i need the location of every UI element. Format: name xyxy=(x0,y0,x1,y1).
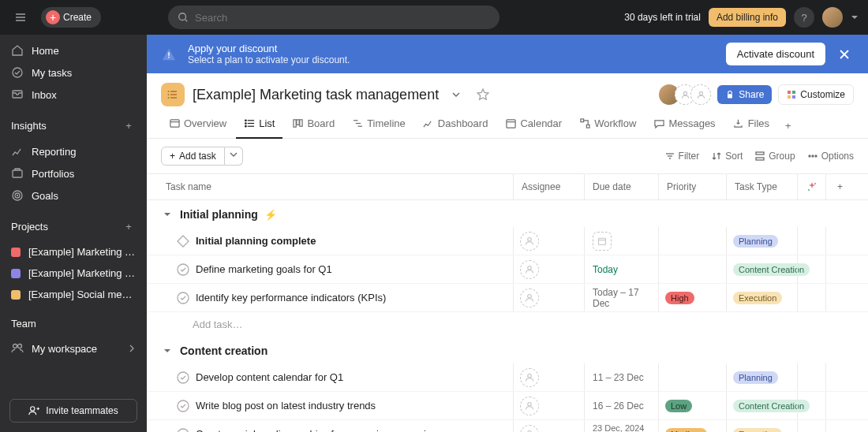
activate-discount-button[interactable]: Activate discount xyxy=(726,43,825,65)
priority-cell[interactable] xyxy=(658,227,726,255)
add-task-inline[interactable]: Add task… xyxy=(147,312,868,337)
task-type-cell[interactable]: Planning xyxy=(726,227,797,255)
due-date-cell[interactable]: 11 – 23 Dec xyxy=(584,363,658,391)
assignee-cell[interactable] xyxy=(513,227,584,255)
assignee-cell[interactable] xyxy=(513,420,584,432)
sort-button[interactable]: Sort xyxy=(712,151,743,162)
task-name[interactable]: Write blog post on latest industry trend… xyxy=(196,400,376,412)
insights-add[interactable]: + xyxy=(122,118,136,132)
complete-checkbox[interactable] xyxy=(177,400,189,412)
col-ai[interactable] xyxy=(797,174,825,199)
assignee-cell[interactable] xyxy=(513,392,584,419)
project-members[interactable] xyxy=(659,84,711,105)
task-row[interactable]: Create social media graphics for upcomin… xyxy=(147,420,868,432)
task-name[interactable]: Create social media graphics for upcomin… xyxy=(196,428,437,432)
help-button[interactable]: ? xyxy=(794,7,814,28)
sidebar-project-item[interactable]: [Example] Marketing tas… xyxy=(0,241,147,263)
due-date-cell[interactable]: 23 Dec, 2024– 2 Jan, 2025 xyxy=(584,420,658,432)
tab-files[interactable]: Files xyxy=(725,113,777,139)
tab-timeline[interactable]: Timeline xyxy=(344,113,413,139)
projects-add[interactable]: + xyxy=(122,219,136,233)
task-row[interactable]: Identify key performance indicators (KPI… xyxy=(147,284,868,312)
assignee-placeholder[interactable] xyxy=(520,232,539,251)
due-date-cell[interactable]: Today xyxy=(584,255,658,283)
task-type-cell[interactable]: Content Creation xyxy=(726,392,797,419)
section-header[interactable]: Content creation xyxy=(147,337,868,363)
priority-cell[interactable] xyxy=(658,255,726,283)
add-column-button[interactable]: + xyxy=(825,174,854,199)
close-banner-button[interactable] xyxy=(835,45,854,64)
chevron-down-icon[interactable] xyxy=(851,13,859,21)
filter-button[interactable]: Filter xyxy=(665,151,700,162)
assignee-placeholder[interactable] xyxy=(520,397,539,415)
share-button[interactable]: Share xyxy=(717,85,772,104)
project-title[interactable]: [Example] Marketing task management xyxy=(193,87,439,103)
menu-toggle[interactable] xyxy=(9,6,32,28)
due-date-cell[interactable]: Today – 17 Dec xyxy=(584,284,658,311)
due-date-cell[interactable]: 16 – 26 Dec xyxy=(584,392,658,419)
col-assignee[interactable]: Assignee xyxy=(513,174,584,199)
tab-list[interactable]: List xyxy=(236,113,282,139)
add-billing-button[interactable]: Add billing info xyxy=(709,8,786,27)
assignee-cell[interactable] xyxy=(513,255,584,283)
task-name[interactable]: Identify key performance indicators (KPI… xyxy=(196,292,386,304)
tab-calendar[interactable]: Calendar xyxy=(497,113,570,139)
section-header[interactable]: Initial planning⚡ xyxy=(147,200,868,227)
task-row[interactable]: Initial planning completePlanning xyxy=(147,227,868,255)
complete-checkbox[interactable] xyxy=(177,263,189,276)
tab-messages[interactable]: Messages xyxy=(645,113,723,139)
priority-cell[interactable] xyxy=(658,363,726,391)
task-row[interactable]: Write blog post on latest industry trend… xyxy=(147,392,868,420)
assignee-cell[interactable] xyxy=(513,284,584,311)
star-button[interactable] xyxy=(473,85,492,104)
create-button[interactable]: + Create xyxy=(41,7,101,28)
section-caret[interactable] xyxy=(161,208,174,221)
col-task-type[interactable]: Task Type xyxy=(726,174,797,199)
search-input[interactable] xyxy=(195,12,490,24)
assignee-placeholder[interactable] xyxy=(520,289,539,307)
options-button[interactable]: Options xyxy=(808,151,854,162)
sidebar-nav-my-tasks[interactable]: My tasks xyxy=(0,61,147,84)
due-date-placeholder[interactable] xyxy=(593,232,612,251)
team-header[interactable]: Team xyxy=(0,310,147,333)
task-row[interactable]: Develop content calendar for Q111 – 23 D… xyxy=(147,363,868,392)
tab-dashboard[interactable]: Dashboard xyxy=(415,113,496,139)
priority-cell[interactable]: Low xyxy=(658,392,726,419)
add-task-dropdown[interactable] xyxy=(225,147,243,166)
sidebar-team-item[interactable]: My workspace xyxy=(0,337,147,359)
customize-button[interactable]: Customize xyxy=(778,84,854,105)
assignee-cell[interactable] xyxy=(513,363,584,391)
invite-teammates-button[interactable]: Invite teammates xyxy=(9,399,137,423)
assignee-placeholder[interactable] xyxy=(520,368,539,387)
sidebar-insights-goals[interactable]: Goals xyxy=(0,184,147,207)
priority-cell[interactable]: Medium xyxy=(658,420,726,432)
sidebar-nav-inbox[interactable]: Inbox xyxy=(0,84,147,106)
tab-overview[interactable]: Overview xyxy=(161,113,234,139)
complete-checkbox[interactable] xyxy=(177,371,189,384)
section-caret[interactable] xyxy=(161,344,174,357)
task-type-cell[interactable]: Planning xyxy=(726,363,797,391)
task-type-cell[interactable]: Execution xyxy=(726,420,797,432)
sidebar-nav-home[interactable]: Home xyxy=(0,39,147,61)
task-row[interactable]: Define marketing goals for Q1TodayConten… xyxy=(147,255,868,284)
member-placeholder[interactable] xyxy=(690,84,711,105)
task-type-cell[interactable]: Execution xyxy=(726,284,797,311)
user-avatar[interactable] xyxy=(822,7,843,28)
sidebar-insights-portfolios[interactable]: Portfolios xyxy=(0,162,147,184)
task-name[interactable]: Develop content calendar for Q1 xyxy=(196,371,343,383)
add-task-button[interactable]: + Add task xyxy=(161,147,225,166)
add-tab-button[interactable]: + xyxy=(779,117,798,135)
group-button[interactable]: Group xyxy=(755,151,795,162)
tab-board[interactable]: Board xyxy=(284,113,342,139)
sidebar-project-item[interactable]: [Example] Marketing eve… xyxy=(0,263,147,284)
complete-checkbox[interactable] xyxy=(177,292,189,304)
priority-cell[interactable]: High xyxy=(658,284,726,311)
task-name[interactable]: Initial planning complete xyxy=(196,235,316,247)
complete-checkbox[interactable] xyxy=(177,428,189,433)
milestone-icon[interactable] xyxy=(177,235,189,248)
insights-header[interactable]: Insights + xyxy=(0,110,147,136)
task-name[interactable]: Define marketing goals for Q1 xyxy=(196,263,332,275)
col-task-name[interactable]: Task name xyxy=(161,181,513,192)
col-due-date[interactable]: Due date xyxy=(584,174,658,199)
tab-workflow[interactable]: Workflow xyxy=(571,113,644,139)
